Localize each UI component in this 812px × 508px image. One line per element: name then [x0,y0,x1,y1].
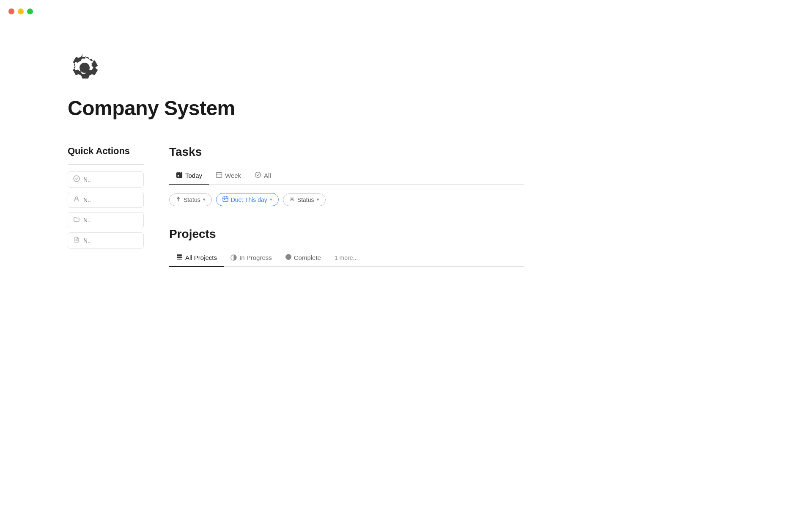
filter-sort-status[interactable]: Status ▾ [169,193,212,206]
check-circle-icon [73,175,80,184]
sidebar-item-label-2: N.. [83,196,91,203]
tab-today[interactable]: Today [169,167,209,185]
document-icon [73,236,80,245]
check-circle-outline-icon [255,171,261,179]
tab-complete-label: Complete [294,254,321,261]
filter-due-this-day-label: Due: This day [231,196,267,203]
sidebar: Quick Actions N.. [68,145,144,248]
tab-week-label: Week [225,172,241,179]
projects-title: Projects [169,227,524,241]
svg-rect-8 [224,199,225,201]
gear-icon [68,51,102,85]
sidebar-items: N.. N.. [68,171,144,248]
svg-rect-4 [178,175,179,177]
svg-point-6 [255,172,261,178]
chevron-down-icon-2: ▾ [270,197,272,202]
tab-all-projects[interactable]: All Projects [169,249,224,267]
chevron-down-icon-3: ▾ [317,197,319,202]
tab-complete[interactable]: Complete [279,250,328,266]
filter-group-status-label: Status [297,196,314,203]
page-icon [68,51,524,86]
half-circle-icon [230,254,237,261]
sidebar-divider [68,164,144,165]
sparkle-icon [289,196,295,203]
sidebar-item-4[interactable]: N.. [68,232,144,248]
filter-due-this-day[interactable]: Due: This day ▾ [216,193,279,206]
filter-row: Status ▾ Due: This day [169,193,524,206]
svg-rect-5 [217,173,222,178]
tab-all-projects-label: All Projects [185,254,217,261]
stack-icon [176,254,183,262]
tasks-tabs: Today Week [169,167,524,185]
tab-all[interactable]: All [248,167,278,185]
svg-point-13 [285,254,291,260]
projects-tabs: All Projects In Progress [169,249,524,267]
sort-icon [176,196,181,203]
calendar-blue-icon [222,196,228,203]
person-icon [73,196,80,204]
tasks-title: Tasks [169,145,524,159]
main-area: Tasks Today [169,145,524,288]
svg-rect-7 [223,197,228,202]
more-button[interactable]: 1 more... [328,250,365,265]
sidebar-item-label-1: N.. [83,176,91,183]
tab-in-progress[interactable]: In Progress [224,250,279,266]
sidebar-item-2[interactable]: N.. [68,192,144,208]
svg-rect-11 [177,259,182,260]
tab-week[interactable]: Week [209,167,248,185]
sidebar-item-label-3: N.. [83,217,91,224]
filter-group-status[interactable]: Status ▾ [283,193,326,206]
content-layout: Quick Actions N.. [68,145,524,288]
tasks-section: Tasks Today [169,145,524,206]
traffic-light-red[interactable] [8,8,14,14]
sidebar-item-1[interactable]: N.. [68,171,144,188]
folder-icon [73,216,80,224]
svg-rect-9 [177,254,182,256]
svg-rect-10 [177,257,182,258]
traffic-lights [8,8,33,14]
quick-actions-title: Quick Actions [68,145,144,157]
svg-rect-3 [177,173,182,174]
sidebar-item-label-4: N.. [83,237,91,244]
calendar-outline-icon [216,171,222,179]
calendar-filled-icon [176,171,183,179]
tab-today-label: Today [185,172,202,179]
tab-in-progress-label: In Progress [239,254,272,261]
page-title: Company System [68,97,524,120]
traffic-light-green[interactable] [27,8,33,14]
main-content: Company System Quick Actions N.. [0,0,592,313]
filled-circle-icon [285,254,291,261]
chevron-down-icon-1: ▾ [203,197,206,202]
projects-section: Projects All Projects [169,227,524,267]
tab-all-label: All [264,172,271,179]
filter-sort-status-label: Status [184,196,200,203]
sidebar-item-3[interactable]: N.. [68,212,144,228]
traffic-light-yellow[interactable] [18,8,24,14]
